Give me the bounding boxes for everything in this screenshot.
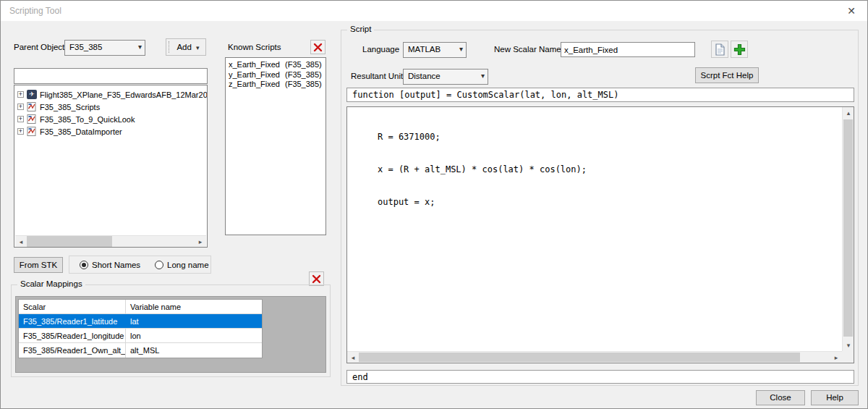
editor-horizontal-scrollbar[interactable]: ◂ ▸ — [347, 351, 842, 363]
long-name-radio[interactable]: Long name — [155, 261, 209, 269]
new-scalar-name-label: New Scalar Name — [494, 45, 561, 54]
from-stk-button-label: From STK — [20, 261, 57, 269]
new-script-button[interactable] — [711, 41, 728, 58]
chevron-down-icon: ▾ — [138, 43, 142, 51]
tree-item-label: F35_385_To_9_QuickLook — [40, 115, 135, 124]
scalar-cell: F35_385/Reader1_longitude — [19, 329, 126, 342]
table-row[interactable]: F35_385/Reader1_latitude lat — [19, 314, 262, 329]
short-names-label: Short Names — [92, 261, 140, 269]
scrollbar-track[interactable] — [27, 236, 195, 247]
script-owner: (F35_385) — [285, 60, 322, 70]
script-fct-help-label: Scrpt Fct Help — [701, 71, 754, 80]
delete-script-button[interactable] — [310, 40, 326, 54]
tree-item-label: F35_385_Scripts — [40, 103, 100, 111]
add-script-button[interactable] — [731, 41, 748, 58]
table-row[interactable]: F35_385/Reader1_longitude lon — [19, 329, 262, 343]
scroll-right-icon[interactable]: ▸ — [195, 236, 206, 248]
parent-object-select[interactable]: F35_385 ▾ — [64, 40, 145, 56]
close-button[interactable]: Close — [756, 390, 805, 405]
object-filter-input[interactable] — [14, 68, 208, 84]
language-value: MATLAB — [408, 45, 441, 54]
scripting-tool-dialog: Scripting Tool ✕ Parent Object F35_385 ▾… — [0, 0, 868, 409]
script-fct-help-button[interactable]: Scrpt Fct Help — [695, 67, 759, 83]
scroll-right-icon[interactable]: ▸ — [830, 352, 842, 363]
red-x-icon — [313, 43, 323, 52]
language-label: Language — [362, 45, 399, 54]
red-x-icon — [312, 274, 321, 284]
green-plus-icon — [733, 43, 746, 56]
titlebar: Scripting Tool ✕ — [1, 1, 867, 21]
script-object-icon — [27, 102, 37, 111]
add-button[interactable]: Add ▾ — [166, 38, 206, 56]
script-owner: (F35_385) — [285, 80, 322, 90]
long-name-label: Long name — [167, 261, 209, 269]
list-item[interactable]: x_Earth_Fixed (F35_385) — [229, 60, 326, 70]
table-header-row: Scalar Variable name — [19, 300, 262, 314]
close-button-label: Close — [770, 393, 791, 402]
grip-icon — [169, 41, 169, 53]
radio-selected-icon — [80, 261, 88, 269]
close-icon[interactable]: ✕ — [838, 1, 864, 21]
scroll-up-icon[interactable]: ▴ — [843, 107, 854, 119]
new-document-icon — [715, 43, 726, 56]
known-scripts-list[interactable]: x_Earth_Fixed (F35_385) y_Earth_Fixed (F… — [225, 57, 326, 235]
scroll-down-icon[interactable]: ▾ — [843, 340, 854, 351]
variable-cell: lon — [126, 329, 262, 342]
scalar-cell: F35_385/Reader1_Own_alt_msl — [19, 343, 126, 358]
chevron-down-icon: ▾ — [196, 44, 200, 51]
help-button[interactable]: Help — [811, 390, 859, 405]
code-line: x = (R + alt_MSL) * cos(lat) * cos(lon); — [378, 164, 587, 175]
expand-icon[interactable] — [17, 104, 24, 110]
expand-icon[interactable] — [17, 128, 24, 135]
end-keyword: end — [352, 372, 368, 382]
scrollbar-track[interactable] — [359, 352, 830, 363]
end-keyword-bar: end — [346, 370, 854, 384]
scrollbar-thumb[interactable] — [359, 353, 800, 362]
resultant-unit-value: Distance — [408, 72, 441, 80]
expand-icon[interactable] — [17, 91, 24, 98]
resultant-unit-select[interactable]: Distance ▾ — [403, 69, 488, 85]
help-button-label: Help — [826, 393, 843, 402]
script-object-icon — [27, 114, 37, 124]
scalar-column-header: Scalar — [19, 300, 126, 313]
scrollbar-thumb[interactable] — [843, 119, 853, 337]
script-owner: (F35_385) — [285, 70, 322, 80]
variable-cell: lat — [126, 314, 262, 328]
scroll-left-icon[interactable]: ◂ — [15, 236, 27, 248]
window-title: Scripting Tool — [9, 6, 61, 16]
scrollbar-corner — [842, 351, 854, 363]
tree-item[interactable]: ✈ Flight385_XPlane_F35_EdwardsAFB_12Mar2… — [14, 88, 207, 101]
scalar-mappings-group: Scalar Mappings Scalar Variable name F35… — [11, 284, 331, 377]
delete-mapping-button[interactable] — [309, 271, 324, 286]
parent-object-label: Parent Object — [14, 43, 64, 51]
tree-item-label: Flight385_XPlane_F35_EdwardsAFB_12Mar202… — [40, 90, 207, 99]
tree-item[interactable]: F35_385_Scripts — [14, 101, 207, 113]
scrollbar-thumb[interactable] — [27, 236, 112, 247]
function-signature: function [output] = CustomScalar(lat, lo… — [352, 90, 618, 100]
tree-item[interactable]: F35_385_To_9_QuickLook — [14, 113, 207, 125]
known-scripts-label: Known Scripts — [228, 43, 281, 51]
aircraft-icon: ✈ — [27, 90, 37, 99]
scalar-mappings-title: Scalar Mappings — [17, 279, 85, 288]
list-item[interactable]: y_Earth_Fixed (F35_385) — [229, 70, 326, 80]
language-select[interactable]: MATLAB ▾ — [403, 42, 467, 58]
function-signature-bar: function [output] = CustomScalar(lat, lo… — [346, 88, 854, 102]
table-row[interactable]: F35_385/Reader1_Own_alt_msl alt_MSL — [19, 343, 262, 358]
script-code-editor[interactable]: R = 6371000; x = (R + alt_MSL) * cos(lat… — [346, 106, 854, 363]
code-line: R = 6371000; — [378, 132, 587, 143]
list-item[interactable]: z_Earth_Fixed (F35_385) — [229, 80, 326, 90]
scroll-left-icon[interactable]: ◂ — [347, 352, 359, 363]
script-name: x_Earth_Fixed — [229, 60, 285, 70]
chevron-down-icon: ▾ — [481, 72, 485, 80]
tree-horizontal-scrollbar[interactable]: ◂ ▸ — [15, 235, 206, 247]
from-stk-button[interactable]: From STK — [14, 257, 63, 273]
code-text[interactable]: R = 6371000; x = (R + alt_MSL) * cos(lat… — [378, 110, 587, 229]
short-names-radio[interactable]: Short Names — [80, 261, 140, 269]
tree-item[interactable]: F35_385_DataImporter — [14, 125, 207, 138]
script-group-title: Script — [347, 25, 374, 33]
editor-vertical-scrollbar[interactable]: ▴ ▾ — [842, 107, 854, 351]
expand-icon[interactable] — [17, 116, 24, 122]
script-name: z_Earth_Fixed — [229, 80, 285, 90]
object-tree[interactable]: ✈ Flight385_XPlane_F35_EdwardsAFB_12Mar2… — [14, 85, 208, 248]
new-scalar-name-input[interactable] — [561, 42, 695, 57]
